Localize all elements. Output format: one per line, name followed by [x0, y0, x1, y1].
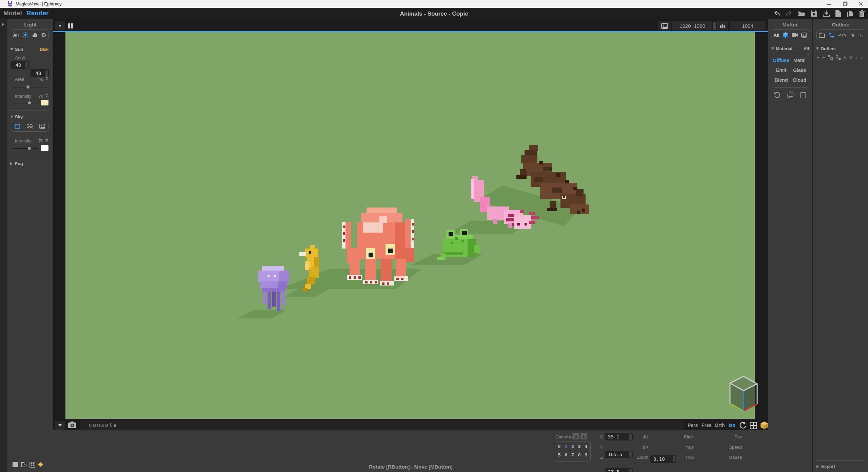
paste-material-icon[interactable] [800, 92, 806, 98]
voxel-scene[interactable] [65, 32, 755, 419]
render-resolution-field[interactable]: 19201080 [672, 21, 712, 31]
display-ground-toggle[interactable] [37, 461, 44, 468]
camera-slot-0[interactable]: 0 [558, 444, 560, 449]
camera-slot-5[interactable]: 5 [558, 452, 560, 457]
x-field[interactable]: 55.1 [605, 433, 633, 440]
histogram-icon[interactable] [32, 32, 38, 38]
undo-icon[interactable] [773, 10, 781, 17]
sky-collapse-icon[interactable] [10, 116, 14, 118]
reset-material-icon[interactable] [774, 92, 781, 98]
add-node-icon[interactable]: + [816, 55, 820, 60]
camera-slot-7[interactable]: 7 [571, 452, 574, 457]
material-type-emit[interactable]: Emit [772, 67, 790, 73]
matter-filter-all[interactable]: All [774, 33, 780, 38]
camera-slot-1[interactable]: 1 [565, 444, 567, 449]
display-edge-toggle[interactable] [21, 462, 27, 468]
light-filter-all[interactable]: All [13, 33, 19, 38]
remove-node-icon[interactable]: − [822, 55, 825, 60]
sun-color-swatch[interactable] [41, 100, 48, 105]
sun-intensity-slider[interactable] [13, 103, 38, 103]
console-input[interactable]: console [80, 420, 684, 430]
camera-save-button[interactable]: S [572, 433, 579, 439]
sky-color-swatch[interactable] [41, 145, 48, 151]
pause-render-icon[interactable] [68, 23, 73, 28]
move-down-layer-icon[interactable]: ▽ [849, 55, 852, 60]
camera-slot-8[interactable]: 8 [578, 452, 580, 457]
resolution-handle[interactable] [713, 22, 716, 30]
redo-icon[interactable] [785, 10, 793, 17]
jellyfish-voxel-model[interactable] [258, 266, 289, 311]
display-grid-toggle[interactable] [29, 462, 35, 468]
script-icon[interactable]: </> [839, 33, 846, 38]
sky-gradient-icon[interactable] [27, 124, 33, 129]
render-viewport[interactable] [65, 32, 755, 419]
open-folder-icon[interactable] [797, 10, 806, 17]
camera-load-button[interactable]: L [580, 433, 587, 439]
sky-intensity-slider[interactable] [13, 148, 38, 149]
gear-icon[interactable]: ⚙ [41, 32, 46, 38]
voxel-cube-icon[interactable] [783, 32, 789, 38]
camera-mode-iso[interactable]: Iso [729, 422, 735, 428]
display-solid-toggle[interactable] [13, 462, 18, 467]
camera-slot-6[interactable]: 6 [565, 452, 567, 457]
angle-x-field[interactable]: 40 [11, 61, 29, 69]
material-type-cloud[interactable]: Cloud [790, 77, 809, 83]
outline-collapse-icon[interactable] [816, 47, 819, 50]
move-up-icon[interactable]: ↑ [855, 55, 858, 60]
area-stepper[interactable] [45, 76, 48, 80]
orbit-reset-icon[interactable] [739, 421, 747, 429]
duplicate-icon[interactable] [846, 10, 854, 17]
sky-intensity-stepper[interactable] [45, 138, 48, 142]
console-dropdown-button[interactable] [55, 421, 65, 430]
camera-mode-pers[interactable]: Pers [688, 422, 698, 428]
sun-icon[interactable] [22, 32, 28, 38]
samples-field[interactable]: 1024 [730, 21, 766, 31]
scene-graph-icon[interactable] [829, 32, 834, 38]
screenshot-camera-icon[interactable] [68, 421, 77, 429]
camera-mode-orth[interactable]: Orth [715, 422, 725, 428]
sun-intensity-stepper[interactable] [45, 93, 48, 97]
minimize-button[interactable] [826, 2, 831, 6]
delete-icon[interactable] [859, 10, 865, 17]
sun-collapse-icon[interactable] [10, 48, 14, 51]
camera-slot-3[interactable]: 3 [578, 444, 580, 449]
material-collapse-icon[interactable] [771, 47, 774, 50]
dh-field[interactable]: 0.10 [650, 455, 676, 463]
sun-intensity-value[interactable]: 70 [34, 94, 43, 99]
samples-button[interactable] [717, 21, 728, 31]
sort-order-icon[interactable]: ↑↓ [859, 33, 863, 38]
sun-mode-value[interactable]: Disk [28, 47, 48, 52]
nav-cube-gizmo[interactable] [727, 374, 760, 416]
move-up-layer-icon[interactable]: △ [843, 55, 846, 60]
unlink-parent-icon[interactable] [836, 55, 841, 60]
sky-intensity-value[interactable]: 70 [34, 138, 43, 143]
y-field[interactable]: 165.5 [605, 451, 633, 458]
favorite-star-icon[interactable]: ★ [850, 32, 855, 38]
material-type-blend[interactable]: Blend [772, 77, 790, 83]
expand-left-panel-icon[interactable] [2, 23, 4, 26]
camera-slot-4[interactable]: 4 [585, 444, 587, 449]
close-button[interactable] [859, 1, 863, 6]
tab-render[interactable]: Render [26, 9, 48, 17]
material-all-value[interactable]: All [794, 46, 809, 51]
move-down-icon[interactable]: ↓ [860, 55, 863, 60]
grid-view-icon[interactable] [750, 422, 757, 429]
tab-model[interactable]: Model [3, 9, 22, 17]
render-dropdown-button[interactable] [55, 21, 65, 30]
link-parent-icon[interactable] [828, 55, 833, 60]
restore-button[interactable] [843, 1, 848, 6]
camera-slot-2[interactable]: 2 [571, 444, 574, 449]
material-type-metal[interactable]: Metal [790, 58, 809, 63]
camera-mode-free[interactable]: Free [702, 422, 712, 428]
ground-cube-icon[interactable] [760, 421, 769, 430]
import-icon[interactable] [823, 10, 830, 17]
area-value[interactable]: 46 [34, 77, 43, 82]
area-slider[interactable] [13, 87, 47, 87]
camera-slot-9[interactable]: 9 [585, 452, 587, 457]
folder-icon[interactable] [819, 33, 825, 38]
matter-image-icon[interactable] [801, 33, 807, 38]
video-camera-icon[interactable] [792, 33, 798, 37]
render-image-button[interactable] [658, 21, 671, 31]
fog-collapse-icon[interactable] [10, 162, 13, 165]
sky-uniform-icon[interactable] [15, 124, 20, 129]
